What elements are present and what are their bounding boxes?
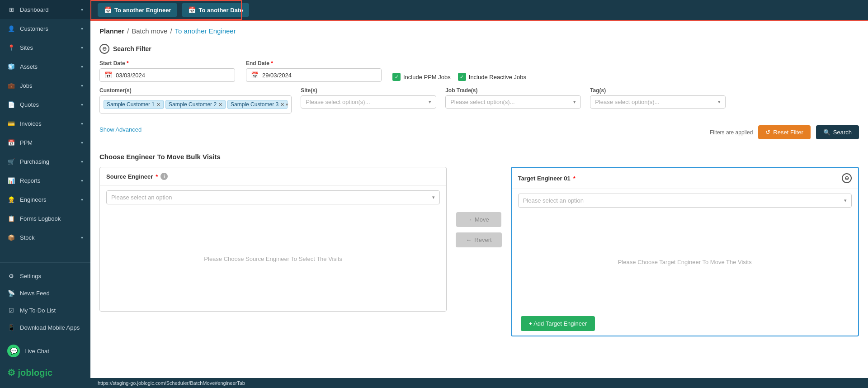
start-date-label: Start Date *: [99, 60, 235, 66]
target-circle-icon[interactable]: ⊖: [842, 173, 852, 183]
filter-row-selects: Customer(s) Sample Customer 1 ✕ Sample C…: [99, 87, 859, 114]
source-label: Source Engineer: [106, 173, 153, 180]
sidebar-item-ppm[interactable]: 📅 PPM ▾: [0, 133, 90, 152]
target-body-text: Please Choose Target Engineer To Move Th…: [618, 259, 752, 265]
to-another-engineer-label: To another Engineer: [114, 7, 171, 14]
customer-tag-2-remove[interactable]: ✕: [218, 102, 222, 108]
date-btn-icon: 📅: [188, 6, 196, 14]
tags-input[interactable]: Please select option(s)... ▾: [590, 95, 726, 109]
engineer-btn-icon: 📅: [104, 6, 112, 14]
to-another-date-button[interactable]: 📅 To another Date: [182, 3, 249, 17]
customer-tag-3-label: Sample Customer 3: [231, 101, 278, 108]
sidebar-item-assets[interactable]: 🧊 Assets ▾: [0, 57, 90, 76]
show-advanced-link[interactable]: Show Advanced: [99, 126, 142, 133]
target-select-input[interactable]: Please select an option ▾: [518, 194, 852, 208]
statusbar-url: https://staging-go.joblogic.com/Schedule…: [98, 380, 245, 386]
source-body-text: Please Choose Source Engineer To Select …: [204, 256, 342, 262]
include-reactive-label: Include Reactive Jobs: [469, 74, 526, 80]
move-button[interactable]: → Move: [456, 212, 501, 227]
sidebar-label-dashboard: Dashboard: [20, 6, 49, 13]
sidebar-label-engineers: Engineers: [20, 196, 47, 203]
to-another-date-label: To another Date: [198, 7, 243, 14]
customer-tag-3: Sample Customer 3 ✕: [227, 100, 288, 109]
sidebar-item-jobs[interactable]: 💼 Jobs ▾: [0, 76, 90, 95]
start-date-input[interactable]: 📅 03/03/2024: [99, 68, 235, 82]
search-icon: 🔍: [823, 129, 830, 136]
customers-label: Customer(s): [99, 87, 292, 94]
sites-input[interactable]: Please select option(s)... ▾: [301, 95, 436, 109]
customer-tag-2-label: Sample Customer 2: [169, 101, 217, 108]
customer-tag-3-remove[interactable]: ✕: [280, 102, 284, 108]
add-target-engineer-button[interactable]: + Add Target Engineer: [521, 316, 595, 331]
sidebar-item-stock[interactable]: 📦 Stock ▾: [0, 228, 90, 247]
customer-tag-2: Sample Customer 2 ✕: [165, 100, 226, 109]
move-arrow-icon: →: [466, 216, 472, 223]
customer-tag-1-label: Sample Customer 1: [107, 101, 155, 108]
move-label: Move: [475, 216, 489, 223]
dashboard-icon: ⊞: [7, 5, 15, 14]
live-chat-button[interactable]: 💬 Live Chat: [0, 340, 90, 362]
revert-button[interactable]: ← Revert: [456, 232, 501, 247]
sidebar-item-invoices[interactable]: 💳 Invoices ▾: [0, 114, 90, 133]
end-date-input[interactable]: 📅 29/03/2024: [246, 68, 382, 82]
job-trade-placeholder: Please select option(s)...: [450, 99, 514, 105]
sidebar-item-customers[interactable]: 👤 Customers ▾: [0, 19, 90, 38]
sidebar-item-purchasing[interactable]: 🛒 Purchasing ▾: [0, 152, 90, 171]
search-filter-section: ⊖ Search Filter Start Date * 📅 03/03/202…: [90, 39, 868, 147]
chevron-quotes-icon: ▾: [81, 102, 83, 107]
chevron-dashboard-icon: ▾: [81, 7, 83, 12]
sidebar-label-news-feed: News Feed: [20, 290, 50, 297]
sidebar-label-forms-logbook: Forms Logbook: [20, 215, 61, 222]
sidebar-label-sites: Sites: [20, 44, 33, 51]
source-panel-body: Please Choose Source Engineer To Select …: [100, 209, 446, 308]
reset-filter-button[interactable]: ↺ Reset Filter: [758, 125, 810, 139]
checkbox-group: ✓ Include PPM Jobs ✓ Include Reactive Jo…: [392, 73, 526, 81]
revert-arrow-icon: ←: [466, 237, 472, 243]
revert-label: Revert: [474, 237, 491, 243]
search-button[interactable]: 🔍 Search: [816, 125, 859, 139]
breadcrumb-planner: Planner: [99, 27, 124, 35]
add-target-label: + Add Target Engineer: [529, 320, 587, 327]
customers-input[interactable]: Sample Customer 1 ✕ Sample Customer 2 ✕ …: [99, 95, 292, 114]
sidebar-item-download-mobile[interactable]: 📱 Download Mobile Apps: [0, 319, 90, 336]
customer-tag-1-remove[interactable]: ✕: [156, 102, 160, 108]
target-panel-body: Please Choose Target Engineer To Move Th…: [512, 212, 858, 312]
ppm-check-icon: ✓: [392, 73, 401, 81]
sidebar-item-forms-logbook[interactable]: 📋 Forms Logbook: [0, 209, 90, 228]
search-label: Search: [833, 129, 852, 136]
filter-header: ⊖ Search Filter: [99, 44, 859, 54]
source-select-input[interactable]: Please select an option ▾: [106, 190, 440, 204]
include-ppm-label: Include PPM Jobs: [403, 74, 451, 80]
reset-filter-label: Reset Filter: [773, 129, 803, 136]
source-placeholder: Please select an option: [111, 194, 172, 201]
todo-icon: ☑: [7, 306, 15, 314]
engineer-panels: Source Engineer * i Please select an opt…: [99, 167, 859, 336]
sidebar-item-settings[interactable]: ⚙ Settings: [0, 267, 90, 284]
reset-icon: ↺: [765, 129, 770, 136]
sidebar-label-reports: Reports: [20, 177, 41, 184]
source-info-icon[interactable]: i: [160, 173, 168, 180]
sidebar-item-sites[interactable]: 📍 Sites ▾: [0, 38, 90, 57]
sidebar-item-todo[interactable]: ☑ My To-Do List: [0, 302, 90, 319]
sidebar-item-engineers[interactable]: 👷 Engineers ▾: [0, 190, 90, 209]
breadcrumb-sep1: /: [127, 27, 129, 35]
tags-label: Tag(s): [590, 87, 726, 94]
sidebar-item-news-feed[interactable]: 📡 News Feed: [0, 284, 90, 302]
filter-title: Search Filter: [113, 45, 151, 52]
sidebar-item-dashboard[interactable]: ⊞ Dashboard ▾: [0, 0, 90, 19]
start-date-group: Start Date * 📅 03/03/2024: [99, 60, 235, 82]
target-label: Target Engineer 01: [518, 175, 571, 182]
to-another-engineer-button[interactable]: 📅 To another Engineer: [98, 3, 177, 17]
include-reactive-checkbox[interactable]: ✓ Include Reactive Jobs: [458, 73, 526, 81]
job-trade-input[interactable]: Please select option(s)... ▾: [445, 95, 581, 109]
chevron-customers-icon: ▾: [81, 26, 83, 31]
breadcrumb: Planner / Batch move / To another Engine…: [90, 21, 868, 39]
sidebar-item-reports[interactable]: 📊 Reports ▾: [0, 171, 90, 190]
stock-icon: 📦: [7, 233, 15, 241]
live-chat-label: Live Chat: [24, 348, 49, 355]
target-panel-header: Target Engineer 01 * ⊖: [512, 168, 858, 189]
sidebar-label-download-mobile: Download Mobile Apps: [20, 324, 80, 331]
sidebar-item-quotes[interactable]: 📄 Quotes ▾: [0, 95, 90, 114]
sidebar-label-assets: Assets: [20, 63, 38, 70]
include-ppm-checkbox[interactable]: ✓ Include PPM Jobs: [392, 73, 451, 81]
